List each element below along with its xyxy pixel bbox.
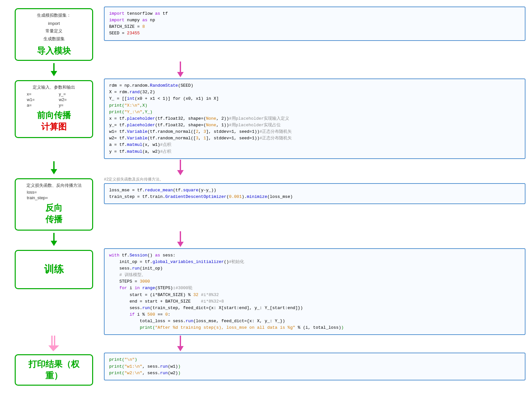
page-container: 生成模拟数据集： import 常量定义 生成数据集 导入模块 import t… [3,3,529,389]
arrow-pink-4 [101,335,525,353]
code-print: print("\n") print("w1:\n", sess.run(w1))… [101,353,525,380]
backprop-loss: loss= [27,190,88,195]
backprop-title2: 传播 [20,214,88,225]
arrow-row-2 [7,159,525,177]
backprop-step: train_step= [27,195,88,200]
arrow-pink-3 [101,231,525,248]
import-title: 导入模块 [20,45,88,57]
forward-a: a= [27,103,56,108]
svg-marker-3 [177,72,184,77]
forward-y_: y_= [59,92,88,96]
backprop-grid: loss= train_step= [20,190,88,200]
code-box-forward: rdm = np.random.RandomState(SEED) X = rd… [104,79,525,159]
code-backprop: #2定义损失函数及反向传播方法。 loss_mse = tf.reduce_me… [101,177,525,204]
train-box: 训练 [15,250,93,289]
forward-title: 前向传播 [20,110,88,121]
svg-marker-14 [48,345,59,351]
svg-marker-7 [177,170,184,175]
code-train: with tf.Session() as sess: init_op = tf.… [101,248,525,335]
block-backprop: 定义损失函数、反向传播方法 loss= train_step= 反向 传播 #2… [7,177,525,231]
svg-marker-9 [51,241,57,246]
svg-marker-16 [177,346,184,351]
code-import: import tensorflow as tf import numpy as … [101,7,525,41]
arrow-pink-left-4 [7,335,101,353]
import-item-1: import [20,20,88,27]
forward-x: x= [27,92,56,96]
forward-w2: w2= [59,97,88,102]
left-import: 生成模拟数据集： import 常量定义 生成数据集 导入模块 [7,7,101,61]
arrow-green-3 [7,232,101,247]
import-item-2: 常量定义 [20,27,88,35]
forward-subtitle: 定义输入、参数和输出 [20,84,88,90]
forward-box: 定义输入、参数和输出 x= y_= w1= w2= a= y= 前向传播 计算图 [15,80,93,138]
backprop-title: 反向 [20,202,88,214]
forward-grid: x= y_= w1= w2= a= y= [20,92,88,108]
import-box: 生成模拟数据集： import 常量定义 生成数据集 导入模块 [15,8,93,61]
import-items: import 常量定义 生成数据集 [20,20,88,43]
block-train: 训练 with tf.Session() as sess: init_op = … [7,248,525,335]
code-box-backprop: loss_mse = tf.reduce_mean(tf.square(y-y_… [104,183,525,204]
backprop-box: 定义损失函数、反向传播方法 loss= train_step= 反向 传播 [15,178,93,231]
forward-y: y= [59,103,88,108]
block-import: 生成模拟数据集： import 常量定义 生成数据集 导入模块 import t… [7,7,525,61]
code-comment-backprop: #2定义损失函数及反向传播方法。 [104,177,525,182]
code-box-print: print("\n") print("w1:\n", sess.run(w1))… [104,353,525,380]
backprop-subtitle: 定义损失函数、反向传播方法 [20,183,88,188]
block-print: 打印结果（权重） print("\n") print("w1:\n", sess… [7,353,525,386]
left-backprop: 定义损失函数、反向传播方法 loss= train_step= 反向 传播 [7,177,101,231]
arrow-green-1 [7,62,101,77]
forward-w1: w1= [27,97,56,102]
arrow-row-1 [7,61,525,79]
import-item-3: 生成数据集 [20,35,88,43]
import-subtitle: 生成模拟数据集： [20,12,88,18]
arrow-pink-2 [101,159,525,177]
arrow-row-3 [7,231,525,248]
code-box-train: with tf.Session() as sess: init_op = tf.… [104,248,525,335]
forward-title2: 计算图 [20,121,88,132]
code-box-import: import tensorflow as tf import numpy as … [104,7,525,41]
code-forward: rdm = np.random.RandomState(SEED) X = rd… [101,79,525,159]
train-title: 训练 [44,263,64,276]
svg-marker-11 [177,242,184,247]
left-forward: 定义输入、参数和输出 x= y_= w1= w2= a= y= 前向传播 计算图 [7,79,101,138]
arrow-row-4 [7,335,525,353]
arrow-green-2 [7,161,101,175]
print-title: 打印结果（权重） [20,359,88,381]
arrow-pink-1 [101,61,525,79]
svg-marker-5 [51,169,57,174]
left-print: 打印结果（权重） [7,353,101,386]
block-forward: 定义输入、参数和输出 x= y_= w1= w2= a= y= 前向传播 计算图… [7,79,525,159]
print-box: 打印结果（权重） [15,354,93,386]
left-train: 训练 [7,248,101,289]
svg-marker-1 [51,71,57,76]
